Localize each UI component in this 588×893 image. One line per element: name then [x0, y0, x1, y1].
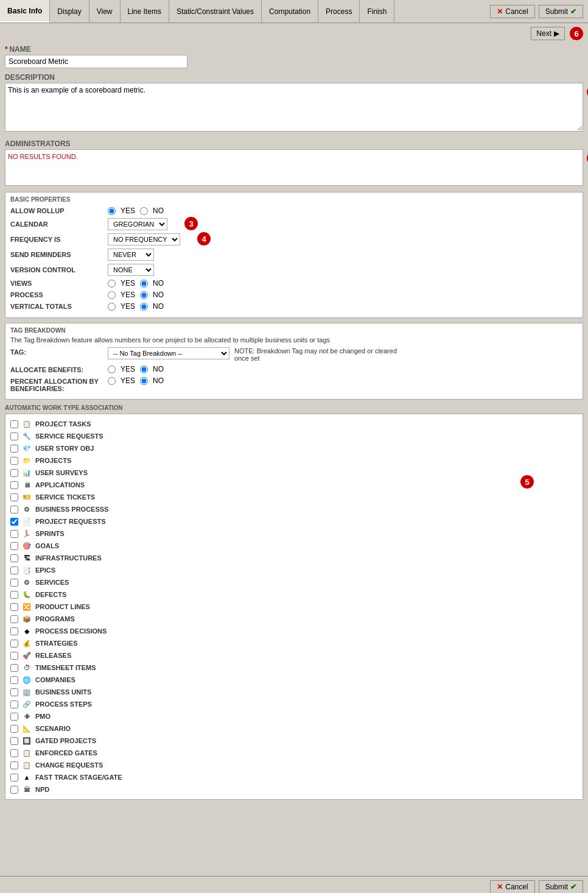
- worktype-checkbox-scenario[interactable]: [10, 725, 18, 733]
- worktype-item-process-steps: 🔗PROCESS STEPS: [10, 698, 578, 710]
- basic-properties-title: BASIC PROPERTIES: [10, 196, 578, 203]
- allocate-benefits-no-radio[interactable]: [140, 365, 148, 373]
- worktype-item-fast-track: ▲FAST TRACK STAGE/GATE: [10, 771, 578, 783]
- no-results-text: NO RESULTS FOUND.: [8, 153, 78, 160]
- worktype-checkbox-releases[interactable]: [10, 652, 18, 660]
- tab-process[interactable]: Process: [318, 0, 360, 23]
- worktype-icon-gated-projects: 🔲: [22, 736, 32, 746]
- worktype-checkbox-business-process[interactable]: [10, 506, 18, 514]
- worktype-label-product-lines: PRODUCT LINES: [35, 603, 90, 610]
- worktype-checkbox-product-lines[interactable]: [10, 603, 18, 611]
- worktype-icon-service-requests: 🔧: [22, 431, 32, 441]
- allow-rollup-no-radio[interactable]: [140, 207, 148, 215]
- worktype-checkbox-process-decisions[interactable]: [10, 627, 18, 635]
- worktype-checkbox-business-units[interactable]: [10, 688, 18, 696]
- percent-allocation-yes-label: YES: [121, 376, 135, 385]
- worktype-label-business-units: BUSINESS UNITS: [35, 688, 91, 696]
- next-arrow-icon: ▶: [554, 29, 559, 38]
- tab-view[interactable]: View: [89, 0, 121, 23]
- description-textarea[interactable]: This is an example of a scoreboard metri…: [5, 83, 583, 132]
- percent-allocation-yes-radio[interactable]: [108, 377, 116, 385]
- worktype-item-user-story: 💎USER STORY OBJ: [10, 442, 578, 454]
- submit-button-bottom[interactable]: Submit ✔: [539, 880, 583, 893]
- tab-finish-label: Finish: [367, 7, 387, 16]
- worktype-checkbox-service-requests[interactable]: [10, 432, 18, 440]
- allow-rollup-label: ALLOW ROLLUP: [10, 207, 108, 214]
- vertical-totals-yes-radio[interactable]: [108, 303, 116, 311]
- send-reminders-select[interactable]: NEVER DAILY WEEKLY: [108, 249, 154, 261]
- worktype-checkbox-process-steps[interactable]: [10, 701, 18, 708]
- worktype-checkbox-strategies[interactable]: [10, 640, 18, 648]
- allocate-benefits-row: ALLOCATE BENEFITS: YES NO: [10, 365, 578, 373]
- views-no-radio[interactable]: [140, 280, 148, 288]
- vertical-totals-row: VERTICAL TOTALS YES NO: [10, 302, 578, 311]
- worktype-checkbox-user-surveys[interactable]: [10, 469, 18, 477]
- allow-rollup-yes-label: YES: [121, 206, 135, 215]
- worktype-checkbox-change-requests[interactable]: [10, 761, 18, 769]
- worktype-checkbox-gated-projects[interactable]: [10, 737, 18, 745]
- worktype-checkbox-project-tasks[interactable]: [10, 420, 18, 428]
- frequency-row: FREQUENCY IS NO FREQUENCY DAILY WEEKLY M…: [10, 233, 578, 245]
- worktype-icon-releases: 🚀: [22, 651, 32, 660]
- worktype-checkbox-service-tickets[interactable]: [10, 493, 18, 501]
- tab-display[interactable]: Display: [50, 0, 89, 23]
- step-badge-6: 6: [570, 27, 583, 40]
- worktype-checkbox-defects[interactable]: [10, 591, 18, 599]
- process-yes-radio[interactable]: [108, 291, 116, 299]
- worktype-label-npd: NPD: [35, 786, 49, 793]
- tab-computation[interactable]: Computation: [262, 0, 318, 23]
- worktype-checkbox-fast-track[interactable]: [10, 774, 18, 782]
- worktype-icon-services: ⚙: [22, 577, 32, 587]
- worktype-checkbox-npd[interactable]: [10, 786, 18, 794]
- worktype-icon-scenario: 📐: [22, 724, 32, 733]
- worktype-checkbox-applications[interactable]: [10, 481, 18, 489]
- allow-rollup-yes-radio[interactable]: [108, 207, 116, 215]
- worktype-checkbox-sprints[interactable]: [10, 530, 18, 538]
- worktype-checkbox-enforced-gates[interactable]: [10, 749, 18, 757]
- tab-line-items[interactable]: Line Items: [121, 0, 169, 23]
- version-control-select[interactable]: NONE MANUAL AUTO: [108, 264, 154, 276]
- views-yes-radio[interactable]: [108, 280, 116, 288]
- name-input[interactable]: [5, 55, 187, 68]
- cancel-button-top[interactable]: ✕ Cancel: [490, 5, 534, 18]
- worktype-checkbox-services[interactable]: [10, 579, 18, 587]
- calendar-select[interactable]: GREGORIAN FISCAL: [108, 218, 167, 230]
- percent-allocation-no-radio[interactable]: [140, 377, 148, 385]
- worktype-checkbox-infrastructures[interactable]: [10, 554, 18, 562]
- process-no-radio[interactable]: [140, 291, 148, 299]
- cancel-x-icon: ✕: [497, 7, 503, 16]
- worktype-label-service-requests: SERVICE REQUESTS: [35, 432, 103, 440]
- administrators-box[interactable]: NO RESULTS FOUND.: [5, 149, 583, 186]
- views-row: VIEWS YES NO: [10, 279, 578, 288]
- vertical-totals-no-radio[interactable]: [140, 303, 148, 311]
- worktype-label-pmo: PMO: [35, 713, 51, 720]
- worktype-checkbox-timesheet-items[interactable]: [10, 664, 18, 672]
- worktype-checkbox-epics[interactable]: [10, 567, 18, 574]
- worktype-checkbox-projects[interactable]: [10, 457, 18, 465]
- worktype-icon-timesheet-items: ⏱: [22, 663, 32, 672]
- worktype-checkbox-pmo[interactable]: [10, 713, 18, 721]
- worktype-checkbox-user-story[interactable]: [10, 445, 18, 453]
- cancel-button-bottom[interactable]: ✕ Cancel: [490, 880, 534, 893]
- tab-basic-info[interactable]: Basic Info: [0, 0, 50, 23]
- worktype-checkbox-programs[interactable]: [10, 615, 18, 623]
- worktype-title: AUTOMATIC WORK TYPE ASSOCIATION: [5, 404, 583, 411]
- tab-finish[interactable]: Finish: [360, 0, 394, 23]
- worktype-checkbox-companies[interactable]: [10, 676, 18, 684]
- worktype-icon-epics: 📑: [22, 565, 32, 575]
- worktype-checkbox-goals[interactable]: [10, 542, 18, 550]
- frequency-select[interactable]: NO FREQUENCY DAILY WEEKLY MONTHLY QUARTE…: [108, 233, 180, 245]
- worktype-item-timesheet-items: ⏱TIMESHEET ITEMS: [10, 662, 578, 674]
- worktype-label-service-tickets: SERVICE TICKETS: [35, 493, 95, 501]
- tab-static-constraint[interactable]: Static/Constraint Values: [169, 0, 262, 23]
- worktype-checkbox-project-requests[interactable]: [10, 518, 18, 526]
- process-label: PROCESS: [10, 291, 108, 298]
- next-button[interactable]: Next ▶: [531, 27, 565, 40]
- submit-button-top[interactable]: Submit ✔: [539, 5, 583, 18]
- tag-note: NOTE: Breakdown Tag may not be changed o…: [234, 347, 405, 362]
- worktype-icon-change-requests: 📋: [22, 760, 32, 770]
- allocate-benefits-yes-radio[interactable]: [108, 365, 116, 373]
- tag-select[interactable]: -- No Tag Breakdown --: [108, 347, 229, 359]
- allocate-benefits-yes-label: YES: [121, 365, 135, 373]
- worktype-box: 5 📋PROJECT TASKS🔧SERVICE REQUESTS💎USER S…: [5, 414, 583, 800]
